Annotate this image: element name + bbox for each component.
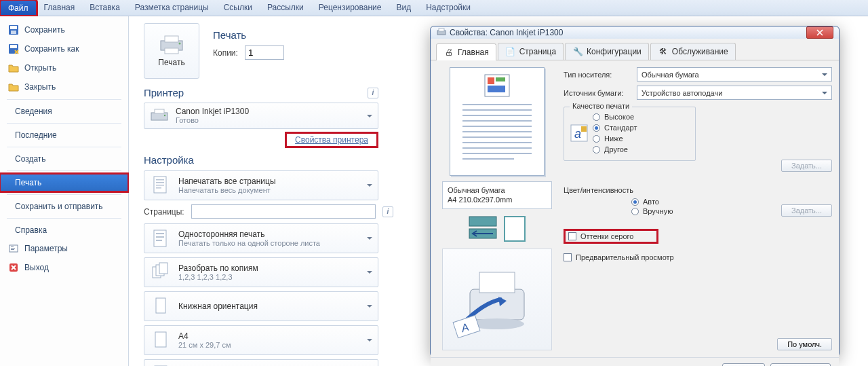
sidebar-save-as[interactable]: Сохранить как — [0, 39, 128, 58]
quality-low-radio[interactable]: Ниже — [593, 134, 637, 143]
sidebar-label: Сохранить и отправить — [15, 202, 103, 211]
svg-rect-24 — [156, 236, 164, 238]
dialog-close-button[interactable] — [806, 26, 833, 39]
pages-label: Страницы: — [144, 207, 184, 217]
sidebar-save-send[interactable]: Сохранить и отправить — [0, 198, 128, 215]
dialog-title: Свойства: Canon Inkjet iP1300 — [450, 28, 563, 37]
preview-checkbox[interactable]: Предварительный просмотр — [564, 253, 832, 261]
media-type-combo[interactable]: Обычная бумага — [637, 67, 832, 81]
duplex-desc: Печатать только на одной стороне листа — [178, 239, 320, 248]
copies-label: Копии: — [213, 48, 238, 58]
sidebar-help[interactable]: Справка — [0, 221, 128, 239]
paper-source-label: Источник бумаги: — [564, 89, 631, 97]
printer-icon — [158, 35, 185, 55]
sidebar-options[interactable]: Параметры — [0, 239, 128, 258]
ribbon-tab-layout[interactable]: Разметка страницы — [127, 0, 216, 16]
checkbox-icon — [564, 253, 572, 261]
copies-input[interactable] — [245, 45, 284, 60]
quality-set-button[interactable]: Задать... — [781, 160, 832, 172]
svg-rect-25 — [156, 240, 162, 241]
pages-input[interactable] — [191, 204, 376, 219]
collate-selector[interactable]: Разобрать по копиям 1,2,3 1,2,3 1,2,3 — [144, 257, 378, 287]
color-intensity-group: Цвет/интенсивность Авто Вручную — [564, 181, 696, 222]
svg-rect-8 — [11, 249, 14, 250]
svg-rect-34 — [439, 29, 444, 31]
quality-standard-radio[interactable]: Стандарт — [593, 124, 637, 132]
quality-other-radio[interactable]: Другое — [593, 145, 637, 153]
sidebar-label: Сведения — [15, 107, 52, 116]
printer-app-icon — [436, 27, 447, 38]
range-title: Напечатать все страницы — [178, 177, 276, 186]
svg-rect-12 — [165, 48, 178, 54]
dialog-tab-maintenance[interactable]: 🛠Обслуживание — [650, 43, 736, 60]
tab-config-icon: 🔧 — [572, 46, 583, 57]
grayscale-checkbox[interactable]: Оттенки серого — [564, 229, 658, 244]
pages-info-icon[interactable]: i — [382, 206, 393, 217]
printer-name: Canon Inkjet iP1300 — [176, 107, 249, 116]
sidebar-exit[interactable]: Выход — [0, 258, 128, 277]
sidebar-new[interactable]: Создать — [0, 150, 128, 168]
paper-source-combo[interactable]: Устройство автоподачи — [637, 86, 832, 100]
sidebar-label: Сохранить — [24, 25, 65, 35]
ribbon-tab-file[interactable]: Файл — [0, 0, 37, 16]
ok-button[interactable]: OK — [722, 363, 765, 366]
svg-rect-4 — [10, 45, 17, 48]
printer-properties-link[interactable]: Свойства принтера — [285, 132, 378, 148]
svg-rect-2 — [11, 31, 16, 34]
dialog-titlebar: Свойства: Canon Inkjet iP1300 — [431, 26, 839, 39]
tab-maintenance-icon: 🛠 — [658, 46, 669, 57]
margins-selector[interactable]: Обычные поля Левое: 3 см Правое: 1,5 см — [144, 359, 378, 366]
orientation-icon — [150, 295, 172, 317]
media-type-label: Тип носителя: — [564, 71, 631, 79]
orientation-selector[interactable]: Книжная ориентация — [144, 291, 378, 321]
sidebar-info[interactable]: Сведения — [0, 103, 128, 120]
sidebar-save[interactable]: Сохранить — [0, 20, 128, 39]
sidebar-open[interactable]: Открыть — [0, 58, 128, 77]
svg-rect-29 — [156, 298, 165, 313]
sidebar-print[interactable]: Печать — [0, 174, 128, 191]
tab-main-icon: 🖨 — [443, 47, 454, 58]
info-icon[interactable]: i — [368, 88, 378, 98]
dialog-tab-page[interactable]: 📄Страница — [498, 43, 564, 60]
svg-point-16 — [164, 114, 165, 115]
sidebar-label: Закрыть — [24, 82, 56, 92]
paper-desc: 21 см x 29,7 см — [178, 341, 231, 350]
svg-rect-36 — [488, 77, 494, 84]
print-range-selector[interactable]: Напечатать все страницы Напечатать весь … — [144, 170, 378, 200]
color-legend: Цвет/интенсивность — [564, 186, 633, 194]
color-manual-radio[interactable]: Вручную — [631, 207, 690, 215]
duplex-title: Односторонняя печать — [178, 230, 320, 239]
printer-status: Готово — [176, 116, 249, 125]
defaults-button[interactable]: По умолч. — [777, 338, 832, 350]
preview-column: Обычная бумага A4 210.0x297.0mm A — [437, 67, 557, 350]
svg-rect-30 — [155, 332, 166, 347]
duplex-selector[interactable]: Односторонняя печать Печатать только на … — [144, 223, 378, 253]
paper-size-selector[interactable]: A4 21 см x 29,7 см — [144, 325, 378, 355]
svg-rect-19 — [156, 182, 164, 183]
svg-rect-53 — [470, 289, 524, 320]
ribbon-tab-mailings[interactable]: Рассылки — [260, 0, 311, 16]
ribbon-tab-references[interactable]: Ссылки — [216, 0, 260, 16]
print-button[interactable]: Печать — [144, 23, 199, 79]
quality-high-radio[interactable]: Высокое — [593, 113, 637, 121]
ribbon-tab-addins[interactable]: Надстройки — [418, 0, 478, 16]
sidebar-label: Параметры — [24, 244, 68, 253]
color-set-button[interactable]: Задать... — [781, 204, 832, 217]
ribbon-tab-home[interactable]: Главная — [37, 0, 83, 16]
cancel-button[interactable]: Отмена — [770, 363, 831, 366]
ribbon-tab-insert[interactable]: Вставка — [82, 0, 127, 16]
ribbon-tab-review[interactable]: Рецензирование — [311, 0, 389, 16]
feed-diagram-icon — [467, 215, 498, 243]
printer-illustration: A — [442, 249, 552, 350]
ribbon-tab-view[interactable]: Вид — [389, 0, 418, 16]
sidebar-recent[interactable]: Последние — [0, 126, 128, 144]
printer-properties-dialog: Свойства: Canon Inkjet iP1300 🖨Главная 📄… — [430, 26, 840, 357]
printer-selector[interactable]: Canon Inkjet iP1300 Готово — [144, 103, 378, 129]
sidebar-close[interactable]: Закрыть — [0, 77, 128, 96]
dialog-tab-config[interactable]: 🔧Конфигурации — [565, 43, 649, 60]
color-auto-radio[interactable]: Авто — [631, 198, 690, 206]
svg-rect-54 — [479, 272, 515, 293]
close-icon — [816, 29, 823, 36]
dialog-tab-main[interactable]: 🖨Главная — [436, 43, 496, 60]
collate-icon — [150, 261, 172, 283]
